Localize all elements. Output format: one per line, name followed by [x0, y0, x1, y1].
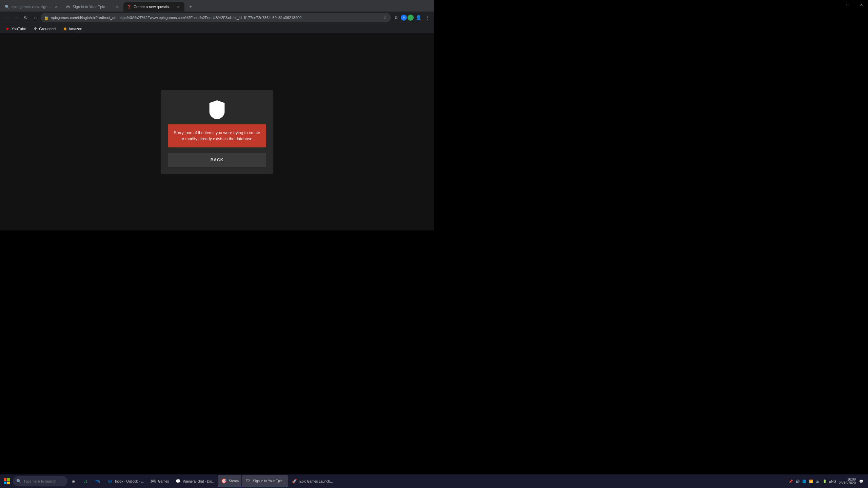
grounded-favicon: ⚙: [33, 26, 38, 31]
epic-error-card: EPIC GAMES Sorry, one of the items you w…: [161, 90, 273, 174]
extension-enabled-icon: [408, 15, 414, 21]
amazon-favicon: ▣: [62, 26, 67, 31]
menu-button[interactable]: ⋮: [423, 14, 431, 22]
tab-1-close[interactable]: ✕: [54, 4, 59, 9]
svg-rect-1: [214, 108, 219, 109]
bookmark-youtube-label: YouTube: [12, 27, 26, 31]
tab-2-favicon: 🎮: [66, 4, 71, 9]
page-content: EPIC GAMES Sorry, one of the items you w…: [0, 33, 434, 230]
tab-3-title: Create a new question or start a ...: [134, 5, 174, 9]
bookmarks-bar: ▶ YouTube ⚙ Grounded ▣ Amazon: [0, 24, 434, 33]
bookmark-grounded-label: Grounded: [39, 27, 56, 31]
tab-2-title: Sign in to Your Epic Games Accou...: [73, 5, 113, 9]
extension-green-icon[interactable]: P: [401, 15, 407, 21]
profile-button[interactable]: 👤: [414, 14, 422, 22]
error-message-text: Sorry, one of the items you were trying …: [174, 130, 260, 141]
tab-1-title: epic games xbox sign in not work...: [12, 5, 52, 9]
tab-2-close[interactable]: ✕: [115, 4, 120, 9]
extension-area: ⧉ P 👤 ⋮: [392, 14, 431, 22]
bookmark-amazon-label: Amazon: [68, 27, 82, 31]
svg-text:GAMES: GAMES: [214, 113, 220, 115]
error-message-box: Sorry, one of the items you were trying …: [168, 124, 266, 147]
tab-bar: 🔍 epic games xbox sign in not work... ✕ …: [0, 0, 434, 12]
url-text: epicgames.com/id/login/xbl?redirect_uri=…: [51, 16, 381, 20]
tab-1[interactable]: 🔍 epic games xbox sign in not work... ✕: [1, 2, 62, 12]
lock-icon: 🔒: [44, 16, 49, 20]
browser-chrome: 🔍 epic games xbox sign in not work... ✕ …: [0, 0, 434, 33]
toolbar: ← → ↻ ⌂ 🔒 epicgames.com/id/login/xbl?red…: [0, 12, 434, 24]
bookmark-star-icon[interactable]: ☆: [383, 15, 387, 20]
bookmark-grounded[interactable]: ⚙ Grounded: [30, 26, 58, 32]
back-nav-button[interactable]: ←: [3, 14, 11, 22]
bookmark-youtube[interactable]: ▶ YouTube: [3, 26, 29, 32]
svg-text:EPIC: EPIC: [215, 103, 219, 105]
epic-games-logo: EPIC GAMES: [208, 100, 226, 119]
youtube-favicon: ▶: [5, 26, 10, 31]
tab-3[interactable]: ❓ Create a new question or start a ... ✕: [123, 2, 184, 12]
new-tab-button[interactable]: +: [186, 2, 195, 12]
svg-rect-0: [214, 106, 221, 107]
bookmark-amazon[interactable]: ▣ Amazon: [60, 26, 85, 32]
home-button[interactable]: ⌂: [31, 14, 39, 22]
tab-2[interactable]: 🎮 Sign in to Your Epic Games Accou... ✕: [62, 2, 123, 12]
forward-nav-button[interactable]: →: [12, 14, 20, 22]
svg-rect-2: [214, 110, 221, 111]
extension-button[interactable]: ⧉: [392, 14, 400, 22]
tab-3-close[interactable]: ✕: [176, 4, 181, 9]
reload-button[interactable]: ↻: [22, 14, 30, 22]
back-button[interactable]: BACK: [168, 153, 266, 167]
address-bar[interactable]: 🔒 epicgames.com/id/login/xbl?redirect_ur…: [41, 13, 391, 22]
tab-3-favicon: ❓: [127, 4, 132, 9]
tab-1-favicon: 🔍: [5, 4, 9, 9]
